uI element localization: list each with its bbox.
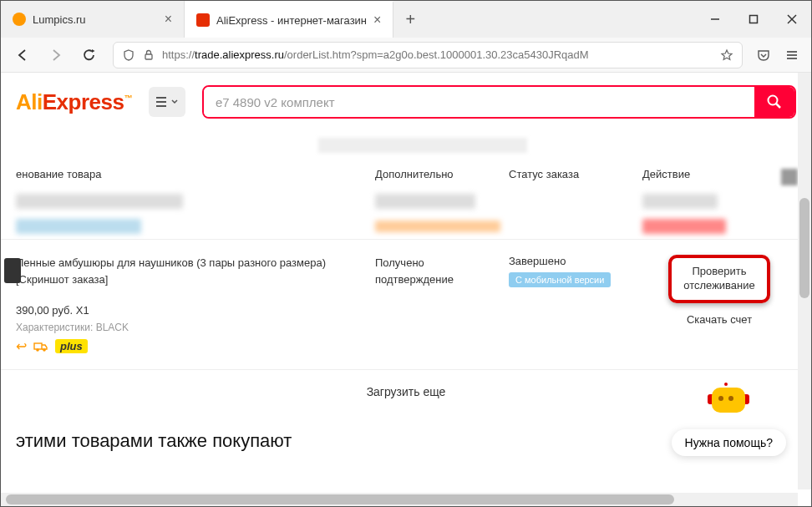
maximize-button[interactable]: [734, 1, 773, 38]
favicon-icon: [13, 13, 26, 26]
svg-line-12: [776, 104, 780, 108]
column-extra: Дополнительно: [375, 168, 509, 180]
forward-button[interactable]: [46, 45, 66, 65]
close-icon[interactable]: ×: [373, 13, 381, 27]
minimize-button[interactable]: [696, 1, 734, 38]
vertical-scrollbar[interactable]: [798, 73, 811, 489]
column-action: Действие: [642, 168, 796, 180]
hamburger-icon: [156, 97, 170, 107]
product-thumbnail[interactable]: [4, 258, 21, 283]
page-content: AliExpress™ енование товара Дополнительн…: [1, 73, 811, 506]
browser-tab-lumpics[interactable]: Lumpics.ru ×: [1, 1, 185, 38]
svg-rect-1: [750, 16, 758, 23]
address-bar[interactable]: https://trade.aliexpress.ru/orderList.ht…: [113, 42, 743, 68]
categories-button[interactable]: [149, 87, 185, 117]
new-tab-button[interactable]: +: [393, 1, 427, 38]
product-price: 390,00 руб. X1: [16, 304, 358, 317]
chevron-down-icon: [171, 99, 178, 105]
browser-tab-strip: Lumpics.ru × AliExpress - интернет-магаз…: [1, 1, 811, 38]
favicon-icon: [196, 13, 210, 27]
svg-rect-13: [34, 343, 42, 349]
blurred-content: [318, 138, 527, 153]
svg-point-11: [769, 96, 778, 105]
mobile-version-badge: С мобильной версии: [509, 272, 611, 287]
browser-tab-aliexpress[interactable]: AliExpress - интернет-магазин ×: [185, 1, 393, 38]
aliexpress-logo[interactable]: AliExpress™: [16, 89, 132, 115]
plus-badge: plus: [55, 339, 88, 353]
tab-title: Lumpics.ru: [33, 13, 86, 26]
product-characteristics: Характеристики: BLACK: [16, 322, 358, 333]
site-header: AliExpress™: [1, 73, 811, 131]
order-row: Пенные амбушюры для наушников (3 пары ра…: [1, 239, 811, 369]
bookmark-star-icon[interactable]: [720, 48, 733, 62]
orders-table-header: енование товара Дополнительно Статус зак…: [1, 160, 811, 189]
svg-rect-4: [145, 54, 152, 59]
blurred-row: [1, 214, 811, 239]
shield-icon[interactable]: [122, 48, 135, 62]
lock-icon[interactable]: [142, 48, 155, 62]
search-button[interactable]: [754, 87, 794, 117]
browser-toolbar: https://trade.aliexpress.ru/orderList.ht…: [1, 38, 811, 73]
pocket-icon[interactable]: [756, 48, 771, 63]
order-status-text: Завершено: [509, 255, 642, 267]
horizontal-scrollbar[interactable]: [1, 493, 798, 506]
download-invoice-link[interactable]: Скачать счет: [642, 313, 796, 326]
track-order-button[interactable]: Проверить отслеживание: [668, 255, 770, 303]
product-title[interactable]: Пенные амбушюры для наушников (3 пары ра…: [16, 255, 358, 287]
svg-point-14: [36, 348, 39, 352]
svg-point-15: [43, 348, 46, 352]
reply-icon[interactable]: ↩: [16, 338, 27, 354]
column-name: енование товара: [16, 168, 375, 180]
truck-icon[interactable]: [33, 341, 48, 352]
search-bar: [202, 85, 796, 119]
close-window-button[interactable]: [773, 1, 811, 38]
order-confirmation-status: Получено подтверждение: [375, 255, 509, 354]
column-status: Статус заказа: [509, 168, 642, 180]
menu-icon[interactable]: [784, 48, 799, 63]
search-icon: [766, 94, 783, 110]
need-help-button[interactable]: Нужна помощь?: [672, 429, 786, 456]
tab-title: AliExpress - интернет-магазин: [216, 14, 367, 27]
url-text: https://trade.aliexpress.ru/orderList.ht…: [162, 48, 713, 61]
blurred-row: [1, 189, 811, 214]
close-icon[interactable]: ×: [165, 13, 172, 26]
help-widget: Нужна помощь?: [672, 383, 786, 456]
reload-button[interactable]: [79, 45, 99, 65]
chatbot-icon[interactable]: [708, 383, 749, 424]
back-button[interactable]: [13, 45, 33, 65]
search-input[interactable]: [204, 87, 754, 117]
